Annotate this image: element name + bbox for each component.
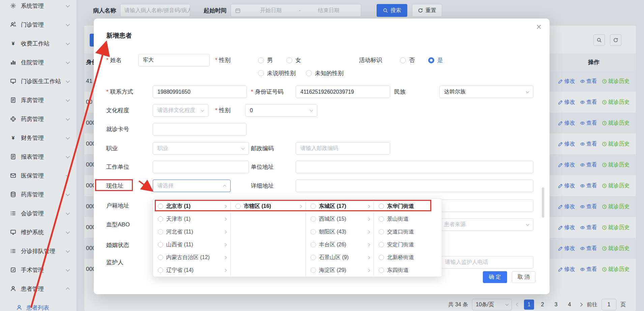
cascader-column: 北京市 (1)天津市 (1)河北省 (11)山西省 (11)内蒙古自治区 (12… bbox=[153, 199, 231, 277]
current-address-label: 现住址 bbox=[106, 180, 123, 192]
radio-icon bbox=[158, 204, 163, 209]
cascader-option[interactable]: 天津市 (1) bbox=[153, 213, 230, 225]
cascader-option[interactable]: 内蒙古自治区 (12) bbox=[153, 251, 230, 264]
chevron-down-icon bbox=[241, 146, 245, 150]
cascader-option[interactable]: 市辖区 (16) bbox=[231, 200, 305, 213]
radio-icon bbox=[379, 255, 384, 260]
gender-radio-group: 男 女 bbox=[258, 54, 301, 66]
radio-female[interactable]: 女 bbox=[286, 56, 301, 64]
radio-icon bbox=[311, 268, 316, 273]
cascader-option[interactable]: 交道口街道 bbox=[374, 225, 442, 238]
cascader-option[interactable]: 北京市 (1) bbox=[153, 200, 230, 213]
visit-card-input[interactable] bbox=[153, 123, 246, 135]
guardian-label: 监护人 bbox=[106, 256, 123, 269]
radio-icon bbox=[379, 204, 384, 209]
chevron-right-icon bbox=[224, 256, 227, 259]
add-patient-modal: 新增患者 × 姓名 牢大 性别 男 女 活动标识 否 是 未说明性别 未知的性别… bbox=[94, 19, 550, 294]
cascader-option[interactable]: 山西省 (11) bbox=[153, 238, 230, 251]
modal-scrollbar[interactable] bbox=[542, 187, 544, 218]
contact-input[interactable]: 19880991650 bbox=[153, 86, 247, 98]
household-address-label: 户籍地址 bbox=[106, 199, 129, 212]
modal-title: 新增患者 bbox=[106, 31, 132, 40]
unit-address-label: 单位地址 bbox=[251, 161, 274, 173]
chevron-right-icon bbox=[367, 230, 370, 234]
radio-yes[interactable]: 是 bbox=[428, 56, 443, 64]
close-icon[interactable]: × bbox=[536, 23, 541, 32]
cancel-button[interactable]: 取 消 bbox=[512, 271, 535, 283]
education-select[interactable]: 请选择文化程度 bbox=[153, 104, 208, 117]
ethnicity-select[interactable]: 达斡尔族 bbox=[439, 86, 533, 98]
occupation-select[interactable]: 职业 bbox=[153, 142, 249, 155]
cascader-column: 市辖区 (16) bbox=[231, 199, 306, 277]
radio-icon bbox=[311, 229, 316, 235]
chevron-right-icon bbox=[224, 269, 227, 272]
chevron-right-icon bbox=[367, 205, 370, 208]
radio-male[interactable]: 男 bbox=[258, 56, 273, 64]
chevron-down-icon bbox=[201, 108, 204, 112]
detail-address-input[interactable] bbox=[296, 180, 533, 192]
cascader-option[interactable]: 丰台区 (26) bbox=[306, 238, 374, 251]
cascader-option[interactable]: 西城区 (15) bbox=[306, 213, 374, 225]
chevron-down-icon bbox=[526, 222, 529, 226]
chevron-right-icon bbox=[224, 217, 227, 221]
radio-icon bbox=[158, 229, 163, 235]
radio-no[interactable]: 否 bbox=[400, 56, 415, 64]
id-number-input[interactable]: 411625192602039719 bbox=[296, 86, 390, 98]
radio-icon bbox=[258, 70, 264, 76]
chevron-right-icon bbox=[224, 205, 227, 208]
gender-label: 性别 bbox=[215, 54, 231, 66]
gender2-select[interactable]: 0 bbox=[245, 104, 317, 117]
current-address-select[interactable]: 请选择 bbox=[153, 180, 231, 192]
radio-icon bbox=[311, 216, 316, 222]
cascader-option[interactable]: 东城区 (17) bbox=[306, 200, 374, 213]
cascader-option[interactable]: 东四街道 bbox=[374, 264, 442, 277]
chevron-right-icon bbox=[367, 217, 370, 221]
radio-icon bbox=[158, 255, 163, 260]
cascader-option[interactable]: 辽宁省 (14) bbox=[153, 264, 230, 277]
cascader-option[interactable]: 安定门街道 bbox=[374, 238, 442, 251]
radio-icon bbox=[158, 268, 163, 273]
radio-icon bbox=[379, 242, 384, 247]
education-label: 文化程度 bbox=[106, 104, 129, 117]
marital-status-label: 婚姻状态 bbox=[106, 239, 129, 251]
radio-icon bbox=[379, 216, 384, 222]
unit-address-input[interactable] bbox=[296, 161, 533, 173]
id-number-label: 身份证号码 bbox=[251, 86, 284, 98]
cascader-option[interactable]: 朝阳区 (43) bbox=[306, 225, 374, 238]
radio-icon bbox=[311, 242, 316, 247]
postal-code-input[interactable]: 请输入邮政编码 bbox=[296, 142, 390, 155]
radio-checked-icon bbox=[428, 57, 434, 63]
occupation-label: 职业 bbox=[106, 142, 118, 155]
address-cascader-dropdown: 北京市 (1)天津市 (1)河北省 (11)山西省 (11)内蒙古自治区 (12… bbox=[153, 198, 442, 277]
chevron-right-icon bbox=[367, 256, 370, 259]
radio-icon bbox=[311, 255, 316, 260]
radio-icon bbox=[400, 57, 406, 63]
work-unit-label: 工作单位 bbox=[106, 161, 129, 173]
name-label: 姓名 bbox=[106, 54, 122, 66]
radio-icon bbox=[158, 242, 163, 247]
radio-icon bbox=[258, 57, 264, 63]
cascader-option[interactable]: 河北省 (11) bbox=[153, 225, 230, 238]
confirm-button[interactable]: 确 定 bbox=[483, 271, 507, 283]
chevron-down-icon bbox=[526, 90, 529, 93]
radio-icon bbox=[379, 268, 384, 273]
chevron-right-icon bbox=[299, 205, 302, 208]
work-unit-input[interactable] bbox=[153, 161, 249, 173]
patient-management-screen: 系统管理门诊管理¥收费工作站住院管理门诊医生工作站库房管理药房管理¥财务管理报表… bbox=[0, 0, 644, 311]
radio-gender-unknown[interactable]: 未知的性别 bbox=[306, 69, 344, 77]
cascader-column: 东华门街道景山街道交道口街道安定门街道北新桥街道东四街道 bbox=[374, 199, 442, 277]
radio-gender-unexplained[interactable]: 未说明性别 bbox=[258, 69, 296, 77]
cascader-option[interactable]: 石景山区 (9) bbox=[306, 251, 374, 264]
cascader-option[interactable]: 东华门街道 bbox=[374, 200, 442, 213]
active-flag-label: 活动标识 bbox=[359, 54, 382, 66]
radio-icon bbox=[306, 70, 312, 76]
radio-icon bbox=[286, 57, 292, 63]
cascader-option[interactable]: 北新桥街道 bbox=[374, 251, 442, 264]
chevron-right-icon bbox=[367, 243, 370, 246]
guardian-phone-input[interactable]: 请输入监护人电话 bbox=[440, 256, 533, 269]
cascader-option[interactable]: 海淀区 (29) bbox=[306, 264, 374, 277]
cascader-option[interactable]: 景山街道 bbox=[374, 213, 442, 225]
name-input[interactable]: 牢大 bbox=[138, 54, 210, 66]
gender2-label: 性别 bbox=[215, 104, 231, 117]
patient-source-select[interactable]: 患者来源 bbox=[439, 218, 533, 231]
